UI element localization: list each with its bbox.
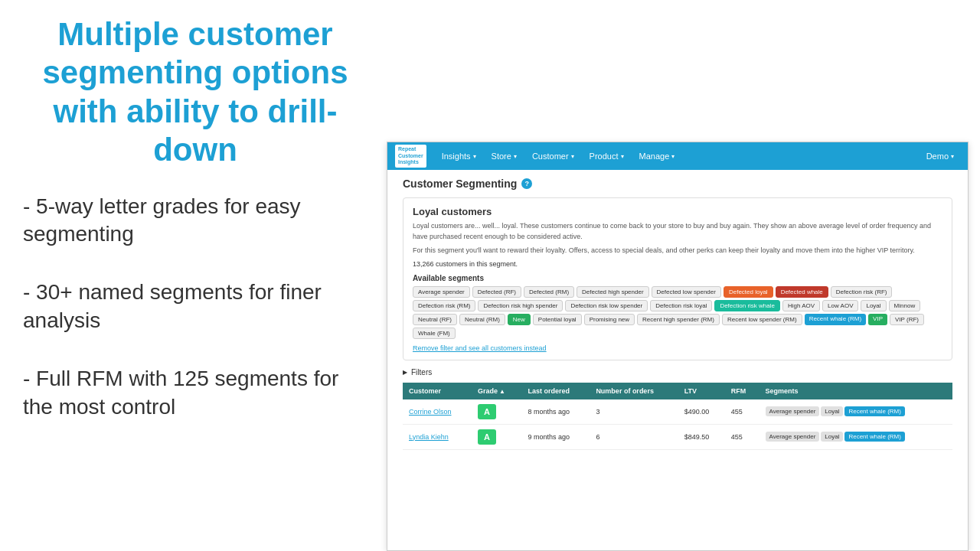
remove-filter-link[interactable]: Remove filter and see all customers inst… [413,344,547,352]
row-segment-tag[interactable]: Average spender [766,432,820,442]
last-ordered: 8 months ago [522,399,590,425]
segment-tag[interactable]: Defected (RF) [472,286,521,298]
table-header-cell[interactable]: Grade▲ [472,383,521,399]
segment-tag[interactable]: Neutral (RF) [413,314,457,325]
segment-tag[interactable]: Promising new [584,314,635,325]
rfm: 455 [725,399,760,425]
segment-tag[interactable]: VIP (RF) [890,314,924,325]
segment-tag[interactable]: Defected high spender [577,286,649,298]
table-header-cell: Number of orders [590,383,678,399]
page-title: Customer Segmenting [403,178,517,190]
nav-items: Insights▾ Store▾ Customer▾ Product▾ Mana… [436,142,920,170]
segment-tag[interactable]: Whale (FM) [413,328,456,339]
feature-3: - Full RFM with 125 segments for the mos… [23,365,368,421]
num-orders: 3 [590,399,678,425]
table-row: Corrine OlsonA8 months ago3$490.00455Ave… [403,399,952,425]
segment-tag[interactable]: Defection risk loyal [650,300,712,311]
chevron-down-icon: ▾ [671,153,675,160]
grade-badge: A [478,404,496,419]
last-ordered: 9 months ago [522,424,590,449]
chevron-down-icon: ▾ [621,153,624,160]
chevron-down-icon: ▾ [571,153,574,160]
left-panel: Multiple customer segmenting options wit… [0,0,390,551]
sort-arrow-icon: ▲ [499,388,505,395]
segment-tag[interactable]: Recent high spender (RM) [637,314,720,325]
segment-name: Loyal customers [413,206,942,217]
row-segment-tag[interactable]: Recent whale (RM) [844,432,904,442]
segment-tag[interactable]: Low AOV [822,300,858,311]
nav-logo: Repeat Customer Insights [395,145,426,167]
segment-tag[interactable]: Defected whale [776,286,828,298]
segment-tag[interactable]: Defection risk high spender [478,300,563,311]
segment-tag[interactable]: Recent whale (RM) [805,314,866,325]
segment-desc-1: Loyal customers are... well... loyal. Th… [413,221,942,242]
segment-tag[interactable]: Defection risk (RM) [413,300,475,311]
feature-2: - 30+ named segments for finer analysis [23,279,368,334]
segment-desc-2: For this segment you'll want to reward t… [413,246,942,256]
segment-tag[interactable]: Defected loyal [724,286,773,298]
segment-tag[interactable]: Defected (RM) [524,286,574,298]
nav-item-store[interactable]: Store▾ [485,142,523,170]
segment-count: 13,266 customers in this segment. [413,260,942,268]
chevron-down-icon: ▾ [473,153,476,160]
ltv: $849.50 [678,424,725,449]
segment-tag[interactable]: Defection risk whale [714,300,780,311]
row-segment-tag[interactable]: Loyal [821,432,843,442]
segment-box: Loyal customers Loyal customers are... w… [403,197,952,360]
customer-link[interactable]: Corrine Olson [409,408,452,416]
grade-badge: A [478,429,496,445]
help-icon[interactable]: ? [521,178,532,189]
table-header-cell: Last ordered [522,383,590,399]
table-header-cell: LTV [678,383,725,399]
customer-link[interactable]: Lyndia Kiehn [409,433,449,441]
segment-tag[interactable]: Average spender [413,286,470,298]
data-table: CustomerGrade▲Last orderedNumber of orde… [403,383,952,450]
segment-tag[interactable]: Defection risk low spender [565,300,648,311]
segment-tag[interactable]: New [508,314,531,325]
chevron-down-icon: ▾ [514,153,517,160]
nav-item-product[interactable]: Product▾ [583,142,630,170]
filters-label: Filters [411,368,432,377]
num-orders: 6 [590,424,678,449]
nav-item-customer[interactable]: Customer▾ [526,142,580,170]
content-area: Customer Segmenting ? Loyal customers Lo… [387,170,968,458]
nav-bar: Repeat Customer Insights Insights▾ Store… [387,142,968,170]
segment-tag[interactable]: Defection risk (RF) [831,286,893,298]
segment-tag[interactable]: Potential loyal [533,314,582,325]
ltv: $490.00 [678,399,725,425]
nav-item-demo[interactable]: Demo▾ [920,142,960,170]
table-header-cell: Segments [760,383,952,399]
app-panel: Repeat Customer Insights Insights▾ Store… [387,142,969,551]
nav-item-insights[interactable]: Insights▾ [436,142,482,170]
filters-row[interactable]: ▶ Filters [403,368,952,377]
segment-tag[interactable]: Defected low spender [652,286,721,298]
table-header-cell: RFM [725,383,760,399]
nav-item-manage[interactable]: Manage▾ [633,142,681,170]
tags-container: Average spenderDefected (RF)Defected (RM… [413,286,942,339]
chevron-down-icon: ▾ [951,153,954,160]
table-body: Corrine OlsonA8 months ago3$490.00455Ave… [403,399,952,450]
feature-1: - 5-way letter grades for easy segmentin… [23,193,368,249]
available-segments-title: Available segments [413,274,942,282]
segment-tag[interactable]: Recent low spender (RM) [722,314,802,325]
table-header: CustomerGrade▲Last orderedNumber of orde… [403,383,952,399]
row-segment-tag[interactable]: Average spender [766,406,820,416]
segment-tag[interactable]: VIP [868,314,887,325]
row-segment-tag[interactable]: Loyal [821,406,843,416]
rfm: 455 [725,424,760,449]
segment-tag[interactable]: High AOV [782,300,820,311]
main-title: Multiple customer segmenting options wit… [23,15,368,170]
segment-tag[interactable]: Minnow [889,300,921,311]
section-title-row: Customer Segmenting ? [403,178,952,190]
row-segment-tag[interactable]: Recent whale (RM) [844,406,904,416]
table-row: Lyndia KiehnA9 months ago6$849.50455Aver… [403,424,952,449]
segment-tag[interactable]: Loyal [861,300,886,311]
filters-arrow-icon: ▶ [403,369,407,376]
table-header-cell: Customer [403,383,472,399]
segment-tag[interactable]: Neutral (RM) [459,314,505,325]
